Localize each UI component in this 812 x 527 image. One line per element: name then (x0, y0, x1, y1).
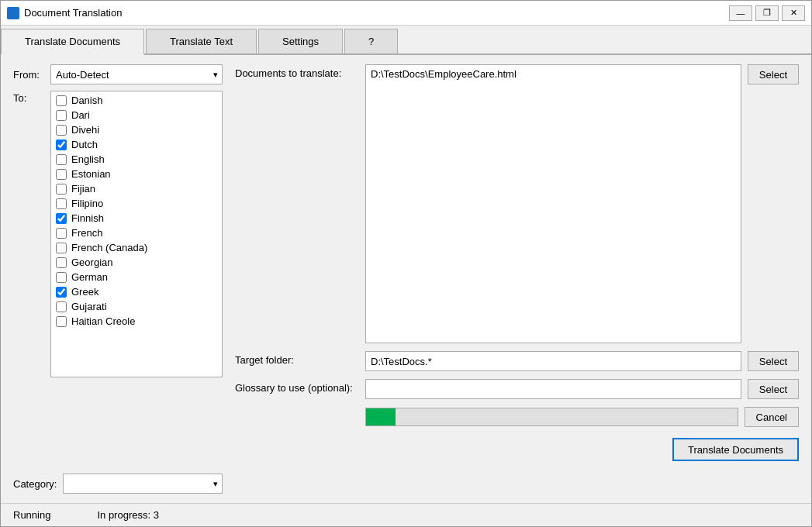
tab-help[interactable]: ? (344, 29, 398, 53)
lang-checkbox-french[interactable] (56, 228, 67, 239)
glossary-row: Glossary to use (optional): Select (235, 379, 799, 399)
progress-text: In progress: 3 (97, 509, 159, 521)
docs-input[interactable] (365, 64, 741, 343)
lang-item-french-canada[interactable]: French (Canada) (51, 240, 222, 255)
right-panel: Documents to translate: Select Target fo… (235, 64, 799, 494)
lang-checkbox-dari[interactable] (56, 110, 67, 121)
restore-button[interactable]: ❐ (755, 5, 779, 21)
lang-item-dari[interactable]: Dari (51, 108, 222, 122)
app-icon (7, 7, 19, 19)
lang-label-fijian: Fijian (71, 183, 95, 195)
lang-checkbox-estonian[interactable] (56, 169, 67, 180)
lang-item-finnish[interactable]: Finnish (51, 211, 222, 226)
lang-item-dutch[interactable]: Dutch (51, 137, 222, 152)
target-select-button[interactable]: Select (748, 351, 799, 371)
lang-item-divehi[interactable]: Divehi (51, 122, 222, 137)
lang-item-estonian[interactable]: Estonian (51, 167, 222, 181)
window-controls: — ❐ ✕ (729, 5, 805, 21)
lang-label-estonian: Estonian (71, 168, 111, 180)
lang-item-french[interactable]: French (51, 226, 222, 240)
lang-label-finnish: Finnish (71, 212, 104, 224)
category-select[interactable] (63, 474, 223, 494)
lang-checkbox-dutch[interactable] (56, 140, 67, 150)
lang-label-greek: Greek (71, 286, 98, 298)
category-label: Category: (13, 478, 57, 490)
left-panel: From: Auto-Detect To: DanishDariDivehiDu… (13, 64, 223, 494)
lang-checkbox-gujarati[interactable] (56, 301, 67, 312)
window-title: Document Translation (24, 7, 729, 19)
content-area: From: Auto-Detect To: DanishDariDivehiDu… (1, 55, 811, 503)
lang-label-french-canada: French (Canada) (71, 242, 147, 253)
lang-item-gujarati[interactable]: Gujarati (51, 299, 222, 314)
lang-checkbox-haitian-creole[interactable] (56, 316, 67, 327)
glossary-label: Glossary to use (optional): (235, 379, 359, 394)
lang-item-greek[interactable]: Greek (51, 284, 222, 299)
lang-checkbox-finnish[interactable] (56, 213, 67, 224)
tab-settings[interactable]: Settings (258, 29, 343, 53)
lang-label-divehi: Divehi (71, 124, 99, 136)
lang-label-haitian-creole: Haitian Creole (71, 315, 135, 327)
lang-checkbox-german[interactable] (56, 272, 67, 283)
lang-checkbox-english[interactable] (56, 154, 67, 165)
lang-item-fijian[interactable]: Fijian (51, 181, 222, 196)
lang-checkbox-georgian[interactable] (56, 257, 67, 268)
lang-list: DanishDariDivehiDutchEnglishEstonianFiji… (51, 91, 222, 377)
main-window: Document Translation — ❐ ✕ Translate Doc… (0, 0, 812, 527)
lang-checkbox-divehi[interactable] (56, 125, 67, 136)
lang-label-dari: Dari (71, 109, 90, 121)
status-bar: Running In progress: 3 (1, 503, 811, 526)
glossary-select-button[interactable]: Select (748, 379, 799, 399)
progress-row: Cancel (235, 407, 799, 427)
lang-label-dutch: Dutch (71, 139, 98, 150)
docs-select-button[interactable]: Select (748, 64, 799, 84)
target-label: Target folder: (235, 351, 359, 366)
lang-checkbox-danish[interactable] (56, 95, 67, 106)
from-select-wrapper: Auto-Detect (50, 64, 223, 84)
tab-translate-text[interactable]: Translate Text (146, 29, 257, 53)
lang-checkbox-french-canada[interactable] (56, 243, 67, 253)
lang-item-georgian[interactable]: Georgian (51, 255, 222, 270)
lang-item-danish[interactable]: Danish (51, 93, 222, 108)
lang-list-wrapper: DanishDariDivehiDutchEnglishEstonianFiji… (50, 91, 223, 377)
lang-label-english: English (71, 153, 105, 165)
lang-label-gujarati: Gujarati (71, 301, 107, 312)
minimize-button[interactable]: — (729, 5, 752, 21)
target-row: Target folder: Select (235, 351, 799, 371)
lang-checkbox-greek[interactable] (56, 287, 67, 298)
to-row: To: DanishDariDivehiDutchEnglishEstonian… (13, 91, 223, 467)
category-select-wrapper (63, 474, 223, 494)
from-label: From: (13, 69, 44, 81)
translate-btn-row: Translate Documents (235, 438, 799, 461)
progress-bar (365, 408, 738, 426)
to-label: To: (13, 92, 44, 104)
docs-label: Documents to translate: (235, 64, 359, 79)
close-button[interactable]: ✕ (782, 5, 805, 21)
glossary-input[interactable] (365, 379, 741, 399)
lang-label-georgian: Georgian (71, 257, 112, 268)
lang-label-french: French (71, 227, 102, 239)
tab-translate-documents[interactable]: Translate Documents (1, 29, 144, 55)
lang-checkbox-fijian[interactable] (56, 184, 67, 195)
lang-item-haitian-creole[interactable]: Haitian Creole (51, 314, 222, 329)
docs-row: Documents to translate: Select (235, 64, 799, 343)
lang-label-german: German (71, 271, 108, 283)
lang-item-german[interactable]: German (51, 270, 222, 284)
lang-item-english[interactable]: English (51, 152, 222, 167)
category-row: Category: (13, 474, 223, 494)
lang-label-filipino: Filipino (71, 198, 103, 209)
progress-fill (366, 408, 396, 425)
title-bar: Document Translation — ❐ ✕ (1, 1, 811, 26)
lang-checkbox-filipino[interactable] (56, 198, 67, 209)
translate-documents-button[interactable]: Translate Documents (672, 438, 799, 461)
lang-item-filipino[interactable]: Filipino (51, 196, 222, 211)
status-text: Running (13, 509, 50, 521)
lang-label-danish: Danish (71, 95, 102, 106)
main-row: From: Auto-Detect To: DanishDariDivehiDu… (13, 64, 799, 494)
from-row: From: Auto-Detect (13, 64, 223, 84)
cancel-button[interactable]: Cancel (745, 407, 799, 427)
from-select[interactable]: Auto-Detect (50, 64, 223, 84)
tab-bar: Translate Documents Translate Text Setti… (1, 26, 811, 55)
target-input[interactable] (365, 351, 741, 371)
